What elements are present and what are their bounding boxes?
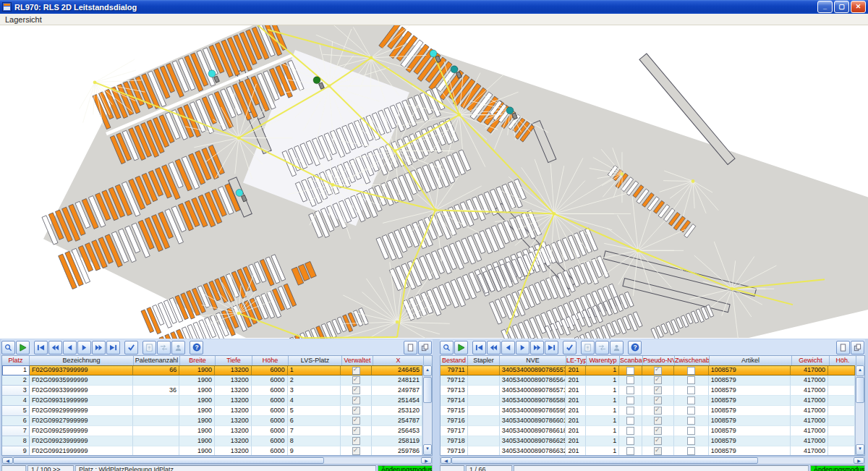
- checkbox-verwaltet[interactable]: [352, 367, 360, 375]
- checkbox-scanbar[interactable]: [626, 396, 634, 404]
- table-row[interactable]: 7971934053400089078663220111008579417000: [441, 446, 855, 455]
- scroll-up-icon[interactable]: ▲: [423, 365, 432, 376]
- maximize-button[interactable]: ▢: [834, 1, 849, 13]
- close-button[interactable]: ✕: [851, 1, 866, 13]
- column-header-gewicht[interactable]: Gewicht: [792, 356, 830, 365]
- fast-next-button[interactable]: [530, 341, 544, 355]
- scroll-down-icon[interactable]: ▼: [856, 444, 864, 455]
- warehouse-map[interactable]: [0, 25, 868, 339]
- table-row[interactable]: 7F02G0992599999919001320060007256453: [2, 426, 422, 436]
- minimize-button[interactable]: _: [817, 1, 833, 13]
- table-row[interactable]: 8F02G0992399999919001320060008258119: [2, 436, 422, 446]
- table-row[interactable]: 4F02G0993199999919001320060004251454: [2, 396, 422, 406]
- column-header-h-h[interactable]: Höh.: [830, 356, 856, 365]
- report-button[interactable]: [581, 341, 595, 355]
- checkbox-zwischenabl[interactable]: [687, 447, 695, 455]
- checkbox-zwischenabl[interactable]: [687, 376, 695, 384]
- checkbox-scanbar[interactable]: [626, 407, 634, 415]
- table-row[interactable]: 1F02G099379999996619001320060001246455: [2, 365, 422, 375]
- checkbox-scanbar[interactable]: [626, 417, 634, 425]
- checkbox-pseudo-nve[interactable]: [654, 396, 662, 404]
- search-button[interactable]: [1, 341, 15, 355]
- scroll-left-icon[interactable]: ◀: [441, 457, 451, 464]
- report-button[interactable]: [142, 341, 156, 355]
- titlebar[interactable]: RL970: RLS 2D Leitstandsdialog _ ▢ ✕: [0, 0, 868, 14]
- run-button[interactable]: [16, 341, 30, 355]
- checkbox-verwaltet[interactable]: [352, 376, 360, 384]
- horizontal-scrollbar[interactable]: ◀ ▶: [1, 457, 433, 464]
- vertical-scrollbar[interactable]: ▲ ▼: [855, 365, 864, 455]
- table-row[interactable]: 6F02G0992799999919001320060006254787: [2, 416, 422, 426]
- prev-button[interactable]: [501, 341, 515, 355]
- document-button[interactable]: [836, 341, 850, 355]
- copy-button[interactable]: [418, 341, 432, 355]
- table-row[interactable]: 3F02G099339999993619001320060003249787: [2, 386, 422, 396]
- checkbox-zwischenabl[interactable]: [687, 427, 695, 435]
- column-header-scanbar[interactable]: Scanbar: [620, 356, 643, 365]
- column-header-breite[interactable]: Breite: [180, 356, 216, 365]
- column-header-tiefe[interactable]: Tiefe: [216, 356, 252, 365]
- help-button[interactable]: ?: [190, 341, 203, 355]
- fast-prev-button[interactable]: [487, 341, 501, 355]
- table-row[interactable]: 2F02G0993599999919001320060002248121: [2, 375, 422, 386]
- apply-button[interactable]: [563, 341, 576, 355]
- user-button[interactable]: [171, 341, 185, 355]
- checkbox-verwaltet[interactable]: [352, 427, 360, 435]
- checkbox-zwischenabl[interactable]: [687, 367, 695, 375]
- column-header-stapler[interactable]: Stapler: [468, 356, 500, 365]
- scroll-up-icon[interactable]: ▲: [856, 365, 864, 376]
- transfer-button[interactable]: [595, 341, 609, 355]
- column-header-bezeichnung[interactable]: Bezeichnung: [30, 356, 134, 365]
- checkbox-zwischenabl[interactable]: [687, 437, 695, 445]
- column-header-platz[interactable]: Platz: [2, 356, 30, 365]
- checkbox-scanbar[interactable]: [626, 386, 634, 394]
- fast-prev-button[interactable]: [48, 341, 62, 355]
- checkbox-pseudo-nve[interactable]: [654, 386, 662, 394]
- table-row[interactable]: 7971534053400089078659520111008579417000: [441, 406, 855, 416]
- column-header-le-typ[interactable]: LE-Typ: [566, 356, 587, 365]
- scroll-left-icon[interactable]: ◀: [2, 457, 13, 464]
- scroll-thumb[interactable]: [13, 457, 324, 464]
- scroll-down-icon[interactable]: ▼: [423, 444, 432, 455]
- checkbox-zwischenabl[interactable]: [687, 396, 695, 404]
- table-row[interactable]: 7971734053400089078661820111008579417000: [441, 426, 855, 436]
- table-row[interactable]: 9F02G0992199999919001320060009259786: [2, 446, 422, 455]
- checkbox-pseudo-nve[interactable]: [654, 417, 662, 425]
- checkbox-scanbar[interactable]: [626, 437, 634, 445]
- horizontal-scrollbar[interactable]: ◀ ▶: [440, 457, 865, 464]
- checkbox-verwaltet[interactable]: [352, 417, 360, 425]
- checkbox-pseudo-nve[interactable]: [654, 427, 662, 435]
- column-header-pseudo-nve[interactable]: Pseudo-NVE: [643, 356, 675, 365]
- checkbox-verwaltet[interactable]: [352, 396, 360, 404]
- copy-button[interactable]: [851, 341, 864, 355]
- menu-lagersicht[interactable]: Lagersicht: [0, 15, 47, 24]
- checkbox-zwischenabl[interactable]: [687, 386, 695, 394]
- checkbox-scanbar[interactable]: [626, 376, 634, 384]
- transfer-button[interactable]: [157, 341, 171, 355]
- document-button[interactable]: [404, 341, 417, 355]
- next-button[interactable]: [516, 341, 529, 355]
- checkbox-pseudo-nve[interactable]: [654, 376, 662, 384]
- run-button[interactable]: [454, 341, 468, 355]
- first-button[interactable]: [34, 341, 48, 355]
- help-button[interactable]: ?: [628, 341, 642, 355]
- apply-button[interactable]: [124, 341, 138, 355]
- column-header-verwaltet[interactable]: Verwaltet: [342, 356, 373, 365]
- checkbox-verwaltet[interactable]: [352, 407, 360, 415]
- column-header-bestand[interactable]: Bestand: [441, 356, 468, 365]
- checkbox-scanbar[interactable]: [626, 367, 634, 375]
- last-button[interactable]: [545, 341, 558, 355]
- search-button[interactable]: [440, 341, 454, 355]
- last-button[interactable]: [106, 341, 120, 355]
- scroll-thumb[interactable]: [423, 377, 432, 403]
- table-row[interactable]: 7971434053400089078658820111008579417000: [441, 396, 855, 406]
- column-header-artikel[interactable]: Artikel: [710, 356, 792, 365]
- checkbox-zwischenabl[interactable]: [687, 417, 695, 425]
- column-header-palettenanzahl[interactable]: Palettenanzahl: [134, 356, 180, 365]
- checkbox-scanbar[interactable]: [626, 427, 634, 435]
- column-header-h-he[interactable]: Höhe: [252, 356, 289, 365]
- first-button[interactable]: [472, 341, 486, 355]
- next-button[interactable]: [77, 341, 91, 355]
- checkbox-pseudo-nve[interactable]: [654, 437, 662, 445]
- table-row[interactable]: 7971834053400089078662520111008579417000: [441, 436, 855, 446]
